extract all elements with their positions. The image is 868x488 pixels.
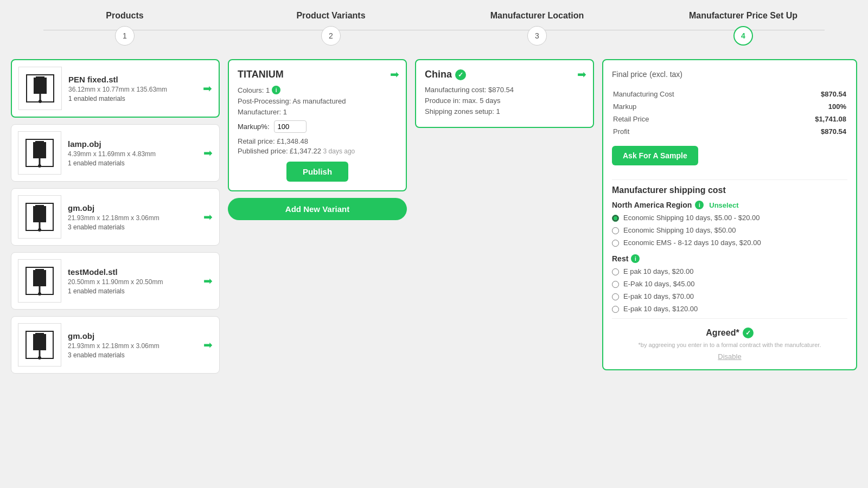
product-card-4[interactable]: gm.obj 21.93mm x 12.18mm x 3.06mm 3 enab…: [11, 316, 220, 374]
shipping-radio-rest-1[interactable]: [612, 281, 619, 288]
price-row-markup: Markup 100%: [613, 101, 846, 112]
step-3-circle[interactable]: 3: [527, 26, 547, 46]
svg-rect-16: [33, 270, 46, 286]
price-card: Final price (excl. tax) Manufacturing Co…: [602, 59, 857, 370]
produce-in: Produce in: max. 5 days: [425, 97, 584, 105]
product-name-1: lamp.obj: [68, 139, 213, 149]
retail-value: $1,741.08: [742, 113, 846, 125]
product-dims-4: 21.93mm x 12.18mm x 3.06mm: [68, 342, 213, 350]
product-arrow-4: ➡: [203, 338, 213, 351]
step-4-circle[interactable]: 4: [733, 26, 753, 46]
published-price-row: Published price: £1,347.22 3 days ago: [238, 147, 397, 155]
shipping-label-rest-1: E-Pak 10 days, $45.00: [623, 280, 695, 288]
price-table: Manufacturing Cost $870.54 Markup 100% R…: [612, 87, 847, 138]
step-4: Manufacturer Price Set Up 4: [640, 11, 846, 46]
product-name-2: gm.obj: [68, 203, 213, 213]
product-info-4: gm.obj 21.93mm x 12.18mm x 3.06mm 3 enab…: [68, 331, 213, 359]
product-info-1: lamp.obj 4.39mm x 11.69mm x 4.83mm 1 ena…: [68, 139, 213, 167]
product-materials-3: 1 enabled materials: [68, 287, 213, 295]
product-name-0: PEN fixed.stl: [68, 75, 212, 84]
svg-rect-11: [33, 206, 46, 222]
north-america-region-title: North America Region i Unselect: [612, 201, 847, 209]
product-icon-4: [18, 323, 61, 367]
product-name-3: testModel.stl: [68, 267, 213, 277]
product-icon-0: [18, 67, 62, 110]
price-row-retail: Retail Price $1,741.08: [613, 113, 846, 125]
main-content: PEN fixed.stl 36.12mm x 10.77mm x 135.63…: [0, 51, 868, 382]
product-dims-3: 20.50mm x 11.90mm x 20.50mm: [68, 278, 213, 286]
step-1-circle[interactable]: 1: [115, 26, 135, 46]
product-dims-0: 36.12mm x 10.77mm x 135.63mm: [68, 86, 212, 93]
product-card-1[interactable]: lamp.obj 4.39mm x 11.69mm x 4.83mm 1 ena…: [11, 124, 220, 182]
variant-title: TITANIUM: [238, 69, 397, 80]
shipping-option-rest-3: E-pak 10 days, $120.00: [612, 305, 847, 313]
product-materials-0: 1 enabled materials: [68, 95, 212, 102]
shipping-radio-rest-2[interactable]: [612, 293, 619, 300]
retail-price-row: Retail price: £1,348.48: [238, 137, 397, 145]
divider-2: [612, 318, 847, 319]
svg-rect-12: [35, 205, 44, 208]
time-ago: 3 days ago: [323, 147, 355, 155]
shipping-label-na-1: Economic Shipping 10 days, $50.00: [623, 226, 736, 234]
variant-colours-row: Colours: 1 i: [238, 86, 397, 94]
variant-post-processing: Post-Processing: As manufactured: [238, 97, 397, 105]
shipping-label-rest-2: E-pak 10 days, $70.00: [623, 292, 694, 300]
shipping-radio-na-1[interactable]: [612, 227, 619, 234]
shipping-option-rest-2: E-pak 10 days, $70.00: [612, 292, 847, 300]
shipping-radio-rest-3[interactable]: [612, 306, 619, 313]
price-column: Final price (excl. tax) Manufacturing Co…: [602, 59, 857, 370]
shipping-radio-rest-0[interactable]: [612, 268, 619, 275]
svg-rect-22: [35, 333, 44, 336]
location-card: ➡ China ✓ Manufacturing cost: $870.54 Pr…: [415, 59, 594, 128]
product-arrow-2: ➡: [203, 210, 213, 223]
location-column: ➡ China ✓ Manufacturing cost: $870.54 Pr…: [415, 59, 594, 128]
svg-rect-1: [34, 78, 47, 94]
shipping-radio-na-2[interactable]: [612, 240, 619, 247]
disable-link[interactable]: Disable: [612, 352, 847, 361]
product-arrow-0: ➡: [203, 82, 212, 95]
shipping-label-na-2: Economic EMS - 8-12 days 10 days, $20.00: [623, 239, 761, 247]
north-america-info-icon[interactable]: i: [695, 201, 704, 209]
variant-arrow-icon: ➡: [390, 68, 399, 81]
colours-info-icon[interactable]: i: [272, 86, 280, 94]
retail-label: Retail Price: [613, 113, 741, 125]
shipping-option-na-2: Economic EMS - 8-12 days 10 days, $20.00: [612, 239, 847, 247]
product-card-0[interactable]: PEN fixed.stl 36.12mm x 10.77mm x 135.63…: [11, 59, 220, 118]
shipping-label-rest-3: E-pak 10 days, $120.00: [623, 305, 698, 313]
rest-info-icon[interactable]: i: [631, 254, 640, 263]
variant-manufacturer: Manufacturer: 1: [238, 108, 397, 116]
divider-1: [612, 179, 847, 180]
price-row-profit: Profit $870.54: [613, 126, 846, 137]
step-3: Manufacturer Location 3: [434, 11, 640, 46]
country-check-icon: ✓: [455, 69, 466, 80]
product-card-2[interactable]: gm.obj 21.93mm x 12.18mm x 3.06mm 3 enab…: [11, 188, 220, 246]
svg-rect-17: [35, 269, 44, 272]
svg-rect-21: [33, 334, 46, 350]
publish-button[interactable]: Publish: [286, 162, 348, 182]
markup-input[interactable]: [274, 120, 307, 133]
shipping-option-rest-1: E-Pak 10 days, $45.00: [612, 280, 847, 288]
step-1-label: Products: [106, 11, 143, 21]
step-4-label: Manufacturer Price Set Up: [689, 11, 797, 21]
product-icon-1: [18, 131, 61, 175]
profit-value: $870.54: [742, 126, 846, 137]
product-icon-3: [18, 259, 61, 303]
step-2-circle[interactable]: 2: [321, 26, 341, 46]
shipping-title: Manufacturer shipping cost: [612, 185, 847, 195]
markup-label-p: Markup: [613, 101, 741, 112]
country-name: China: [425, 69, 452, 80]
shipping-label-rest-0: E pak 10 days, $20.00: [623, 267, 693, 275]
svg-point-9: [38, 164, 41, 168]
add-variant-button[interactable]: Add New Variant: [228, 198, 407, 220]
profit-label: Profit: [613, 126, 741, 137]
svg-point-24: [38, 356, 41, 359]
product-dims-1: 4.39mm x 11.69mm x 4.83mm: [68, 150, 213, 158]
shipping-option-na-1: Economic Shipping 10 days, $50.00: [612, 226, 847, 234]
unselect-link[interactable]: Unselect: [709, 201, 738, 209]
product-info-3: testModel.stl 20.50mm x 11.90mm x 20.50m…: [68, 267, 213, 295]
product-card-3[interactable]: testModel.stl 20.50mm x 11.90mm x 20.50m…: [11, 252, 220, 310]
stepper: Products 1 Product Variants 2 Manufactur…: [0, 0, 868, 51]
svg-point-14: [38, 228, 41, 232]
ask-sample-button[interactable]: Ask For A Sample: [612, 146, 698, 165]
shipping-radio-na-0[interactable]: [612, 215, 619, 222]
